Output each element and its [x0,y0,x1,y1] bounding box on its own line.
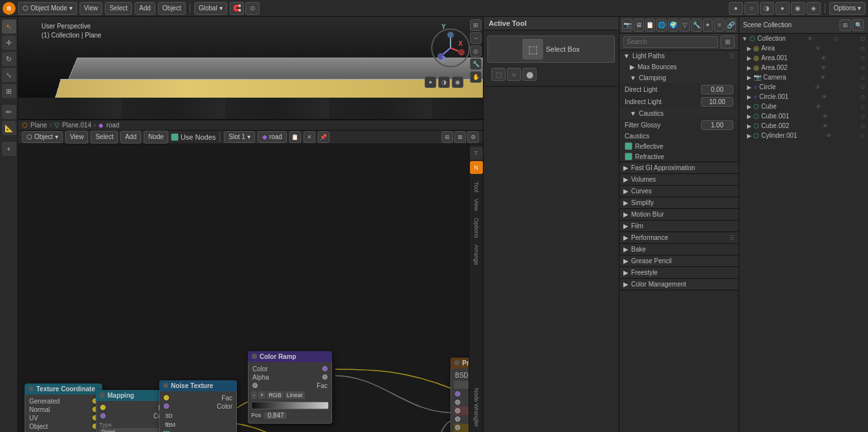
object-btn[interactable]: ▽ [680,19,690,32]
socket-metallic[interactable] [455,400,460,405]
node-texture-coordinate[interactable]: Texture Coordinate Generated Normal UV O… [25,383,102,432]
cube002-item[interactable]: ▶ ⬡ Cube.002 👁 ⊙ [739,121,868,131]
world-btn[interactable]: 🌍 [668,19,678,32]
circle-item[interactable]: ▶ ○ Circle 👁 ⊙ [739,82,868,92]
socket-ior[interactable] [455,416,460,422]
3d-viewport[interactable]: User Perspective (1) Collection | Plane [18,17,483,120]
object-menu[interactable]: Object [158,2,186,15]
node-mode-dropdown[interactable]: ⬡ Object ▾ [22,131,63,143]
viewport-tool-1[interactable]: ⊞ [470,19,482,31]
max-bounces-header[interactable]: ▶ Max Bounces [619,61,739,72]
area001-item[interactable]: ▶ ◎ Area.001 👁 ⊙ [739,53,868,63]
cube001-item[interactable]: ▶ ⬡ Cube.001 👁 ⊙ [739,111,868,121]
socket-alpha[interactable] [455,425,460,430]
viewport-tool-4[interactable]: 🔧 [470,58,482,70]
render-icon-btn[interactable]: 📷 [622,19,632,32]
simplify-header[interactable]: ▶ Simplify [619,197,739,208]
modifier-btn[interactable]: 🔧 [691,19,702,32]
socket-base-color[interactable] [455,391,460,396]
node-add-menu[interactable]: Add [120,131,141,144]
circle001-item[interactable]: ▶ ○ Circle.001 👁 ⊙ [739,92,868,102]
light-paths-header[interactable]: ▼ Light Paths ☰ [619,50,739,61]
volumes-header[interactable]: ▶ Volumes [619,174,739,185]
view-menu[interactable]: View [80,2,103,15]
viewport-mat-icon[interactable]: ◉ [791,2,805,15]
caustics-header[interactable]: ▼ Caustics [619,108,739,119]
output-icon-btn[interactable]: 🖥 [634,19,644,32]
viewport-tool-5[interactable]: ✋ [470,71,482,83]
rotate-tool[interactable]: ↻ [2,52,16,66]
side-view-icon[interactable]: N [470,161,483,174]
area002-item[interactable]: ▶ ◎ Area.002 👁 ⊙ [739,63,868,72]
transform-tool[interactable]: ⊞ [2,84,16,98]
constraints-btn[interactable]: 🔗 [726,19,736,32]
viewport-tool-3[interactable]: ◎ [470,45,482,57]
curves-header[interactable]: ▶ Curves [619,186,739,197]
bake-header[interactable]: ▶ Bake [619,244,739,255]
grease-pencil-header[interactable]: ▶ Grease Pencil [619,255,739,266]
side-tool-icon[interactable]: T [470,147,483,160]
view-layer-btn[interactable]: 📋 [645,19,656,32]
annotate-tool[interactable]: ✏ [2,105,16,119]
render-icon[interactable]: ● [729,2,743,15]
cylinder001-item[interactable]: ▶ ⬡ Cylinder.001 👁 ⊙ [739,131,868,140]
socket-roughness[interactable] [455,408,460,413]
socket-color-in[interactable] [100,413,106,418]
mode-icon-1[interactable]: ⬚ [491,68,506,81]
options-btn[interactable]: Options ▾ [829,2,865,15]
node-canvas[interactable]: Texture Coordinate Generated Normal UV O… [18,144,483,432]
mode-icon-3[interactable]: ⬤ [522,68,537,81]
use-nodes-toggle[interactable]: Use Nodes [171,133,216,141]
move-tool[interactable]: ✛ [2,36,16,50]
viewport-render-btn[interactable]: ◉ [452,76,463,88]
motion-blur-header[interactable]: ▶ Motion Blur [619,209,739,220]
collection-item[interactable]: ▼ ⬡ Collection 👁 ⊙ ⊡ [739,34,868,43]
viewport-solid-icon[interactable]: ● [775,2,790,15]
node-node-menu[interactable]: Node [144,131,168,144]
global-dropdown[interactable]: Global ▾ [194,2,227,15]
material-del-btn[interactable]: ✕ [304,131,315,143]
performance-header[interactable]: ▶ Performance ☰ [619,232,739,243]
node-view-menu[interactable]: View [65,131,89,144]
viewport-mat-btn[interactable]: ◑ [438,76,450,88]
viewport-solid-btn[interactable]: ● [425,76,436,88]
material-pin-btn[interactable]: 📌 [318,131,329,143]
scene-btn[interactable]: 🌐 [656,19,667,32]
clamping-header[interactable]: ▼ Clamping [619,72,739,83]
add-object-tool[interactable]: + [2,142,16,156]
add-menu[interactable]: Add [135,2,155,15]
node-settings[interactable]: ⚙ [467,131,479,143]
viewport-render-icon[interactable]: ◈ [807,2,821,15]
socket-alpha[interactable] [322,374,328,380]
proportional-icon[interactable]: ⊙ [245,2,260,15]
camera-item[interactable]: ▶ 📷 Camera 👁 ⊙ [739,72,868,82]
color-management-header[interactable]: ▶ Color Management [619,279,739,290]
material-new-btn[interactable]: 📋 [289,131,301,143]
render-search-input[interactable] [623,36,718,48]
fast-gi-header[interactable]: ▶ Fast GI Approximation [619,162,739,173]
use-nodes-checkbox[interactable] [171,133,179,141]
reflective-checkbox[interactable] [625,142,632,150]
socket-fac[interactable] [252,383,258,388]
viewport-shading-icon[interactable]: ◑ [760,2,774,15]
slot-dropdown[interactable]: Slot 1 ▾ [224,131,255,143]
render-filter-btn[interactable]: ⊞ [720,36,735,49]
node-noise-texture[interactable]: Noise Texture Fac Color 3D fBM Normalize… [159,380,237,432]
cube-item[interactable]: ▶ ⬡ Cube 👁 ⊙ [739,102,868,111]
select-box-btn[interactable]: ⬚ Select Box [487,36,615,63]
area-item[interactable]: ▶ ◎ Area 👁 ⊙ [739,43,868,53]
scale-tool[interactable]: ⤡ [2,68,16,82]
mode-dropdown[interactable]: ⬡ Object Mode ▾ [18,2,77,15]
scene-col-search[interactable]: 🔍 [852,19,864,31]
node-select-menu[interactable]: Select [91,131,118,144]
mode-icon-2[interactable]: ○ [507,68,521,81]
snap-icon[interactable]: 🧲 [230,2,244,15]
measure-tool[interactable]: 📐 [2,121,16,135]
film-header[interactable]: ▶ Film [619,221,739,232]
node-zoom-out[interactable]: ⊠ [454,131,466,143]
material-dropdown[interactable]: ◆ road [258,131,287,143]
particles-btn[interactable]: ✦ [703,19,713,32]
freestyle-header[interactable]: ▶ Freestyle [619,267,739,278]
node-color-ramp[interactable]: Color Ramp Color Alpha Fac - + RGB Linea… [248,351,332,424]
select-menu[interactable]: Select [105,2,132,15]
